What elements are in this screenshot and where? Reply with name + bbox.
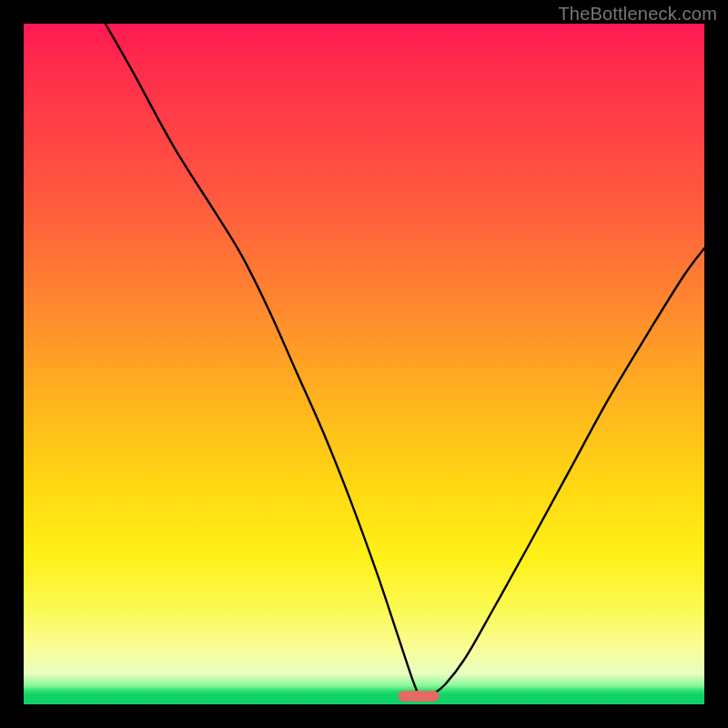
watermark-text: TheBottleneck.com	[558, 4, 717, 25]
plot-area	[24, 24, 704, 704]
bottleneck-curve	[24, 24, 704, 704]
optimal-marker-pill	[398, 691, 439, 702]
chart-frame: TheBottleneck.com	[0, 0, 728, 728]
